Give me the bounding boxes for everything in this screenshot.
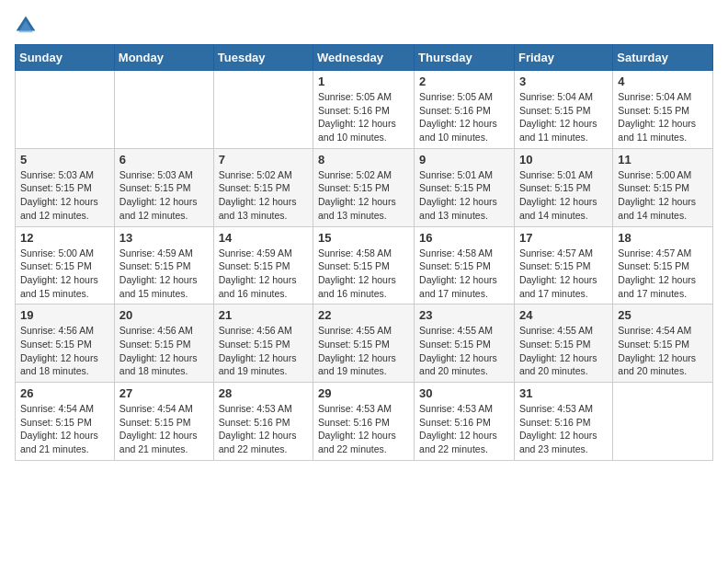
calendar-week-4: 19Sunrise: 4:56 AM Sunset: 5:15 PM Dayli… — [16, 304, 713, 383]
calendar-header-row: SundayMondayTuesdayWednesdayThursdayFrid… — [16, 45, 713, 71]
day-info: Sunrise: 5:03 AM Sunset: 5:15 PM Dayligh… — [119, 168, 209, 223]
day-info: Sunrise: 4:53 AM Sunset: 5:16 PM Dayligh… — [318, 402, 409, 456]
day-number: 5 — [20, 153, 109, 167]
day-number: 8 — [318, 153, 409, 167]
header-day-monday: Monday — [114, 45, 213, 71]
day-info: Sunrise: 4:54 AM Sunset: 5:15 PM Dayligh… — [618, 324, 708, 378]
day-number: 16 — [419, 231, 509, 245]
calendar-cell — [16, 71, 115, 149]
day-info: Sunrise: 5:02 AM Sunset: 5:15 PM Dayligh… — [318, 168, 409, 223]
calendar-cell: 25Sunrise: 4:54 AM Sunset: 5:15 PM Dayli… — [613, 304, 713, 383]
calendar-cell: 18Sunrise: 4:57 AM Sunset: 5:15 PM Dayli… — [613, 226, 713, 304]
calendar-cell: 29Sunrise: 4:53 AM Sunset: 5:16 PM Dayli… — [313, 383, 415, 461]
header-day-tuesday: Tuesday — [213, 45, 313, 71]
day-info: Sunrise: 4:54 AM Sunset: 5:15 PM Dayligh… — [119, 402, 209, 456]
calendar-cell: 10Sunrise: 5:01 AM Sunset: 5:15 PM Dayli… — [514, 148, 612, 226]
day-number: 26 — [20, 386, 109, 400]
day-number: 27 — [119, 386, 209, 400]
calendar-cell: 16Sunrise: 4:58 AM Sunset: 5:15 PM Dayli… — [415, 226, 515, 304]
calendar-cell — [613, 383, 713, 461]
day-info: Sunrise: 5:01 AM Sunset: 5:15 PM Dayligh… — [419, 168, 509, 223]
logo — [15, 15, 40, 37]
day-info: Sunrise: 5:01 AM Sunset: 5:15 PM Dayligh… — [519, 168, 608, 223]
day-info: Sunrise: 4:53 AM Sunset: 5:16 PM Dayligh… — [219, 402, 308, 456]
day-number: 7 — [219, 153, 308, 167]
day-number: 11 — [618, 153, 708, 167]
calendar-week-5: 26Sunrise: 4:54 AM Sunset: 5:15 PM Dayli… — [16, 383, 713, 461]
calendar-cell: 23Sunrise: 4:55 AM Sunset: 5:15 PM Dayli… — [415, 304, 515, 383]
day-number: 14 — [219, 231, 308, 245]
day-info: Sunrise: 5:00 AM Sunset: 5:15 PM Dayligh… — [20, 247, 109, 301]
day-number: 17 — [519, 231, 608, 245]
day-number: 18 — [618, 231, 708, 245]
day-info: Sunrise: 4:56 AM Sunset: 5:15 PM Dayligh… — [119, 324, 209, 378]
day-number: 30 — [419, 386, 509, 400]
day-number: 1 — [318, 75, 409, 88]
day-info: Sunrise: 5:00 AM Sunset: 5:15 PM Dayligh… — [618, 168, 708, 223]
header-day-sunday: Sunday — [16, 45, 115, 71]
header-day-saturday: Saturday — [613, 45, 713, 71]
calendar-cell — [213, 71, 313, 149]
calendar-cell: 21Sunrise: 4:56 AM Sunset: 5:15 PM Dayli… — [213, 304, 313, 383]
calendar-cell — [114, 71, 213, 149]
day-info: Sunrise: 5:04 AM Sunset: 5:15 PM Dayligh… — [519, 90, 608, 144]
day-info: Sunrise: 4:54 AM Sunset: 5:15 PM Dayligh… — [20, 402, 109, 456]
calendar-cell: 2Sunrise: 5:05 AM Sunset: 5:16 PM Daylig… — [415, 71, 515, 149]
calendar-cell: 20Sunrise: 4:56 AM Sunset: 5:15 PM Dayli… — [114, 304, 213, 383]
day-number: 4 — [618, 75, 708, 88]
calendar-cell: 1Sunrise: 5:05 AM Sunset: 5:16 PM Daylig… — [313, 71, 415, 149]
calendar-cell: 26Sunrise: 4:54 AM Sunset: 5:15 PM Dayli… — [16, 383, 115, 461]
day-number: 3 — [519, 75, 608, 88]
day-info: Sunrise: 4:55 AM Sunset: 5:15 PM Dayligh… — [318, 324, 409, 378]
calendar-cell: 12Sunrise: 5:00 AM Sunset: 5:15 PM Dayli… — [16, 226, 115, 304]
header-day-friday: Friday — [514, 45, 612, 71]
calendar-cell: 22Sunrise: 4:55 AM Sunset: 5:15 PM Dayli… — [313, 304, 415, 383]
calendar-cell: 24Sunrise: 4:55 AM Sunset: 5:15 PM Dayli… — [514, 304, 612, 383]
calendar-cell: 31Sunrise: 4:53 AM Sunset: 5:16 PM Dayli… — [514, 383, 612, 461]
calendar-cell: 9Sunrise: 5:01 AM Sunset: 5:15 PM Daylig… — [415, 148, 515, 226]
page-header — [15, 15, 713, 37]
day-info: Sunrise: 5:05 AM Sunset: 5:16 PM Dayligh… — [318, 90, 409, 144]
day-number: 13 — [119, 231, 209, 245]
calendar-cell: 19Sunrise: 4:56 AM Sunset: 5:15 PM Dayli… — [16, 304, 115, 383]
logo-icon — [15, 15, 37, 37]
day-info: Sunrise: 5:05 AM Sunset: 5:16 PM Dayligh… — [419, 90, 509, 144]
day-number: 9 — [419, 153, 509, 167]
calendar-cell: 14Sunrise: 4:59 AM Sunset: 5:15 PM Dayli… — [213, 226, 313, 304]
day-info: Sunrise: 4:53 AM Sunset: 5:16 PM Dayligh… — [419, 402, 509, 456]
day-info: Sunrise: 4:59 AM Sunset: 5:15 PM Dayligh… — [219, 247, 308, 301]
day-number: 21 — [219, 308, 308, 322]
day-number: 29 — [318, 386, 409, 400]
day-number: 19 — [20, 308, 109, 322]
day-info: Sunrise: 5:03 AM Sunset: 5:15 PM Dayligh… — [20, 168, 109, 223]
calendar-table: SundayMondayTuesdayWednesdayThursdayFrid… — [15, 44, 713, 461]
calendar-cell: 15Sunrise: 4:58 AM Sunset: 5:15 PM Dayli… — [313, 226, 415, 304]
calendar-cell: 4Sunrise: 5:04 AM Sunset: 5:15 PM Daylig… — [613, 71, 713, 149]
calendar-cell: 8Sunrise: 5:02 AM Sunset: 5:15 PM Daylig… — [313, 148, 415, 226]
calendar-cell: 28Sunrise: 4:53 AM Sunset: 5:16 PM Dayli… — [213, 383, 313, 461]
day-info: Sunrise: 5:04 AM Sunset: 5:15 PM Dayligh… — [618, 90, 708, 144]
day-number: 24 — [519, 308, 608, 322]
day-info: Sunrise: 4:57 AM Sunset: 5:15 PM Dayligh… — [519, 247, 608, 301]
calendar-cell: 7Sunrise: 5:02 AM Sunset: 5:15 PM Daylig… — [213, 148, 313, 226]
day-number: 6 — [119, 153, 209, 167]
calendar-cell: 3Sunrise: 5:04 AM Sunset: 5:15 PM Daylig… — [514, 71, 612, 149]
calendar-cell: 30Sunrise: 4:53 AM Sunset: 5:16 PM Dayli… — [415, 383, 515, 461]
header-day-thursday: Thursday — [415, 45, 515, 71]
calendar-week-3: 12Sunrise: 5:00 AM Sunset: 5:15 PM Dayli… — [16, 226, 713, 304]
calendar-cell: 5Sunrise: 5:03 AM Sunset: 5:15 PM Daylig… — [16, 148, 115, 226]
calendar-week-2: 5Sunrise: 5:03 AM Sunset: 5:15 PM Daylig… — [16, 148, 713, 226]
day-info: Sunrise: 4:57 AM Sunset: 5:15 PM Dayligh… — [618, 247, 708, 301]
day-number: 20 — [119, 308, 209, 322]
calendar-cell: 6Sunrise: 5:03 AM Sunset: 5:15 PM Daylig… — [114, 148, 213, 226]
day-info: Sunrise: 4:59 AM Sunset: 5:15 PM Dayligh… — [119, 247, 209, 301]
day-info: Sunrise: 4:53 AM Sunset: 5:16 PM Dayligh… — [519, 402, 608, 456]
calendar-cell: 17Sunrise: 4:57 AM Sunset: 5:15 PM Dayli… — [514, 226, 612, 304]
header-day-wednesday: Wednesday — [313, 45, 415, 71]
day-info: Sunrise: 4:58 AM Sunset: 5:15 PM Dayligh… — [419, 247, 509, 301]
day-info: Sunrise: 4:56 AM Sunset: 5:15 PM Dayligh… — [20, 324, 109, 378]
day-info: Sunrise: 4:56 AM Sunset: 5:15 PM Dayligh… — [219, 324, 308, 378]
calendar-cell: 11Sunrise: 5:00 AM Sunset: 5:15 PM Dayli… — [613, 148, 713, 226]
day-info: Sunrise: 5:02 AM Sunset: 5:15 PM Dayligh… — [219, 168, 308, 223]
day-number: 23 — [419, 308, 509, 322]
